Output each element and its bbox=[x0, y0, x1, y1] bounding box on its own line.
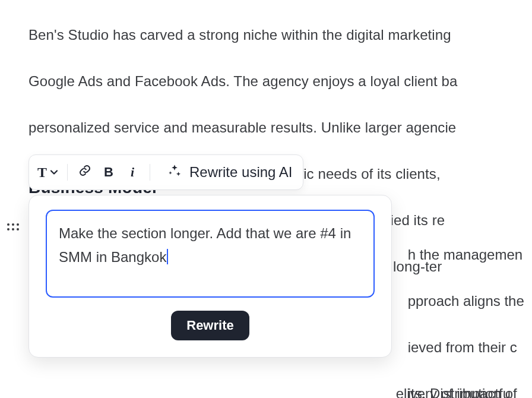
text-caret bbox=[167, 249, 168, 264]
paragraph-line: personalized service and measurable resu… bbox=[28, 119, 456, 135]
text-style-dropdown[interactable]: T bbox=[37, 162, 59, 183]
toolbar-divider bbox=[150, 164, 150, 181]
link-icon bbox=[78, 164, 91, 181]
italic-icon: i bbox=[131, 165, 134, 180]
chevron-down-icon bbox=[49, 168, 59, 177]
bold-button[interactable]: B bbox=[100, 162, 118, 183]
rewrite-using-ai-button[interactable]: Rewrite using AI bbox=[167, 163, 294, 182]
background-paragraph-bottom[interactable]: elivery of impactfu bbox=[380, 359, 511, 398]
bg-line: h the managemen bbox=[408, 247, 522, 263]
bg-line: elivery of impactfu bbox=[396, 386, 511, 398]
paragraph-line: Ben's Studio has carved a strong niche w… bbox=[28, 27, 451, 43]
link-button[interactable] bbox=[76, 162, 94, 183]
bg-line: pproach aligns the bbox=[408, 293, 524, 309]
rewrite-button[interactable]: Rewrite bbox=[171, 311, 249, 340]
ai-prompt-input[interactable]: Make the section longer. Add that we are… bbox=[46, 210, 375, 298]
text-style-icon: T bbox=[37, 165, 47, 181]
paragraph-line: Google Ads and Facebook Ads. The agency … bbox=[28, 73, 457, 89]
drag-handle-icon[interactable] bbox=[6, 220, 20, 234]
italic-button[interactable]: i bbox=[124, 162, 141, 183]
ai-rewrite-panel: Make the section longer. Add that we are… bbox=[28, 195, 392, 358]
toolbar-divider bbox=[67, 164, 68, 181]
rewrite-ai-label: Rewrite using AI bbox=[189, 164, 292, 181]
floating-text-toolbar: T B i bbox=[28, 154, 303, 190]
sparkles-icon bbox=[167, 163, 182, 182]
bold-icon: B bbox=[104, 165, 113, 180]
ai-prompt-value: Make the section longer. Add that we are… bbox=[59, 225, 351, 265]
bg-line: ieved from their c bbox=[408, 339, 517, 355]
